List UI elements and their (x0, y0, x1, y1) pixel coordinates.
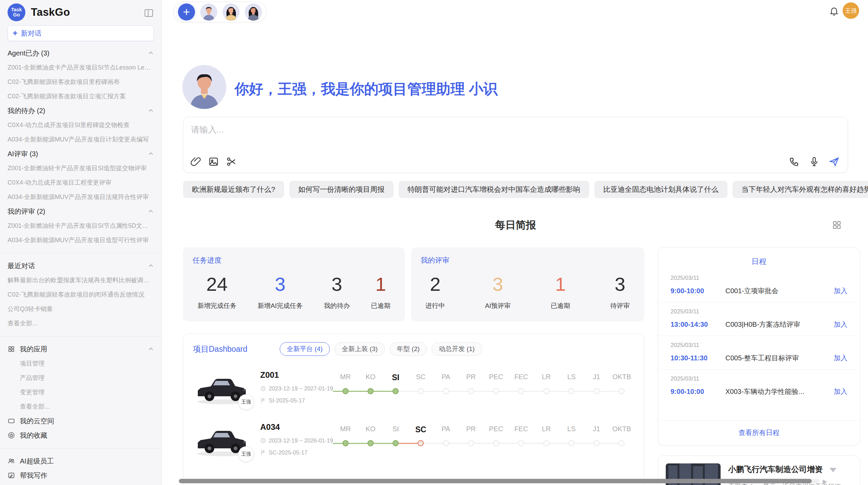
sidebar-collapse-icon[interactable] (144, 8, 154, 17)
agent-avatar[interactable] (222, 3, 240, 21)
app-item[interactable]: 项目管理 (8, 356, 154, 371)
milestone: FEC (509, 373, 534, 395)
milestone-dot (618, 388, 625, 394)
sidebar-task-item[interactable]: Z001-全新燃油皮卡产品开发项目SI节点Lesson Learn报告 (8, 60, 154, 75)
view-all-schedule-link[interactable]: 查看所有日程 (658, 420, 860, 445)
apps-view-all-link[interactable]: 查看全部... (8, 399, 154, 414)
app-item[interactable]: 变更管理 (8, 385, 154, 399)
horizontal-scrollbar-thumb[interactable] (179, 479, 812, 483)
dashboard-filter-chip[interactable]: 动总开发 (1) (432, 342, 482, 356)
recent-view-all-link[interactable]: 查看全部... (8, 316, 154, 331)
my-apps-header[interactable]: 我的应用 (8, 342, 154, 356)
sidebar-task-item[interactable]: C02-飞腾新能源轻客改款项目立项汇报方案 (8, 89, 154, 103)
daily-briefing-header: 每日简报 (183, 217, 848, 233)
suggestion-chip[interactable]: 当下年轻人对汽车外观有怎样的喜好趋势 (733, 181, 868, 198)
sidebar-section-header[interactable]: Agent已办 (3) (8, 46, 154, 60)
milestone-label: MR (333, 425, 358, 436)
event-time: 9:00-10:00 (671, 388, 725, 396)
milestone: SC (408, 373, 433, 395)
user-avatar[interactable]: 王强 (843, 2, 859, 19)
milestone: SC (408, 425, 433, 447)
sidebar-task-item[interactable]: C0X4-动力总成开发项目工程变更评审 (8, 175, 154, 190)
chat-input[interactable] (191, 125, 602, 135)
microphone-icon[interactable] (809, 156, 820, 167)
event-join-link[interactable]: 加入 (834, 387, 847, 396)
sidebar-task-item[interactable]: Z001-全新燃油轻卡产品开发项目SI造型提交物评审 (8, 161, 154, 175)
suggestion-chip[interactable]: 比亚迪全固态电池计划具体说了什么 (594, 181, 727, 198)
sidebar-task-item[interactable]: A034-全新新能源MUV产品开发项目法规符合性评审 (8, 190, 154, 204)
sidebar-task-item[interactable]: C02-飞腾新能源轻客改款项目里程碑画布 (8, 75, 154, 89)
apps-group: 我的应用 项目管理产品管理变更管理 查看全部... 我的云空间 我的收藏 (8, 342, 154, 443)
add-agent-button[interactable] (178, 3, 195, 21)
stat-label: 已逾期 (371, 301, 390, 310)
milestone-label: J1 (584, 425, 609, 436)
agent-avatar[interactable] (245, 3, 262, 21)
sidebar-task-item[interactable]: C0X4-动力总成开发项目SI里程碑提交物检查 (8, 118, 154, 132)
event-join-link[interactable]: 加入 (834, 320, 847, 329)
sidebar-task-item[interactable]: Z001-全新燃油轻卡产品开发项目SI节点属性5D文件评审 (8, 219, 154, 233)
main-area: 王强 你好，王强，我是你的项目管理助理 小识 (162, 0, 868, 485)
phone-icon[interactable] (789, 156, 800, 167)
dashboard-filter-chip[interactable]: 年型 (2) (390, 342, 427, 356)
project-row[interactable]: 王强 A034 2023-12-19 ~ 2026-01-19 SC-2025-… (193, 422, 634, 460)
schedule-event: 2025/03/11 10:30-11:30 C005-整车工程目标评审 加入 (658, 336, 860, 369)
stat-item: 3 AI预评审 (485, 271, 511, 310)
milestone-dot (393, 440, 399, 446)
horizontal-scrollbar-track[interactable] (178, 479, 819, 483)
flag-icon (260, 450, 266, 456)
sidebar-section-header[interactable]: 我的评审 (2) (8, 204, 154, 219)
project-owner-badge: 王强 (238, 446, 254, 462)
stat-item: 3 我的待办 (324, 271, 350, 310)
attachment-icon[interactable] (190, 156, 201, 167)
dashboard-filter-chip[interactable]: 全新平台 (4) (280, 342, 330, 356)
event-date: 2025/03/11 (671, 342, 847, 349)
event-join-link[interactable]: 加入 (834, 353, 847, 363)
milestone-label: PA (433, 425, 458, 436)
recent-conversation-item[interactable]: 解释最新出台的欧盟报废车法规再生塑料比例被调至15%... (8, 273, 154, 287)
sidebar-task-item[interactable]: A034-全新新能源MUV产品开发项目造型可行性评审 (8, 233, 154, 247)
agent-avatars (200, 3, 262, 21)
tool-pen[interactable]: 创意制图 (8, 483, 154, 485)
milestone-dot (367, 388, 374, 394)
event-join-link[interactable]: 加入 (834, 286, 847, 296)
sidebar-section-header[interactable]: 我的待办 (2) (8, 103, 154, 118)
my-cloud-space[interactable]: 我的云空间 (8, 414, 154, 428)
chevron-up-icon (148, 263, 154, 269)
stat-card-title: 我的评审 (421, 256, 635, 265)
layout-grid-icon[interactable] (832, 220, 842, 230)
milestone-label: SC (408, 373, 433, 384)
app-item[interactable]: 产品管理 (8, 371, 154, 385)
project-row[interactable]: 王强 Z001 2023-12-19 ~ 2027-01-19 SI-2025-… (193, 370, 634, 408)
recent-section-header[interactable]: 最近对话 (8, 259, 154, 273)
milestone: J1 (584, 425, 609, 447)
scroll-right-arrow-icon[interactable] (823, 480, 827, 484)
scroll-down-arrow-icon[interactable] (830, 468, 836, 472)
milestone-dot (367, 440, 374, 446)
sidebar-section-header[interactable]: AI评审 (3) (8, 147, 154, 161)
suggestion-chip[interactable]: 特朗普可能对进口汽车增税会对中国车企造成哪些影响 (399, 181, 589, 198)
suggestion-chip[interactable]: 如何写一份清晰的项目周报 (289, 181, 394, 198)
dashboard-filter-chip[interactable]: 全新上装 (3) (335, 342, 385, 356)
project-dates: 2023-12-19 ~ 2027-01-19 (260, 385, 333, 392)
scissors-icon[interactable] (226, 156, 237, 167)
milestone: PA (433, 425, 458, 447)
send-icon[interactable] (829, 156, 840, 167)
app-title: TaskGo (31, 6, 70, 18)
recent-conversation-item[interactable]: C02-飞腾新能源轻客改款项目的闭环通告反馈情况 (8, 287, 154, 302)
section-label: Agent已办 (3) (8, 49, 49, 58)
apps-grid-icon (8, 345, 15, 353)
image-icon[interactable] (208, 156, 219, 167)
agent-avatar[interactable] (200, 3, 217, 21)
briefing-columns: 任务进度 24 新增完成任务 3 新增AI完成任务 3 我的待办 1 已逾期 我… (183, 247, 860, 485)
recent-conversation-item[interactable]: 公司Q3轻卡销量 (8, 302, 154, 316)
my-favorites[interactable]: 我的收藏 (8, 428, 154, 443)
composer-left-icons (190, 156, 237, 167)
tool-write[interactable]: 帮我写作 (8, 468, 154, 483)
schedule-card: 日程 2025/03/11 9:00-10:00 C001-立项审批会 加入 2… (658, 247, 860, 445)
suggestion-chip[interactable]: 欧洲新规最近颁布了什么? (183, 181, 284, 198)
notification-bell-icon[interactable] (829, 6, 839, 16)
new-chat-button[interactable]: + 新对话 (8, 25, 154, 41)
app-logo: Task Go (8, 3, 25, 21)
tool-people[interactable]: AI超级员工 (8, 454, 154, 468)
sidebar-task-item[interactable]: A034-全新新能源MUV产品开发项目计划变更表编写 (8, 132, 154, 147)
